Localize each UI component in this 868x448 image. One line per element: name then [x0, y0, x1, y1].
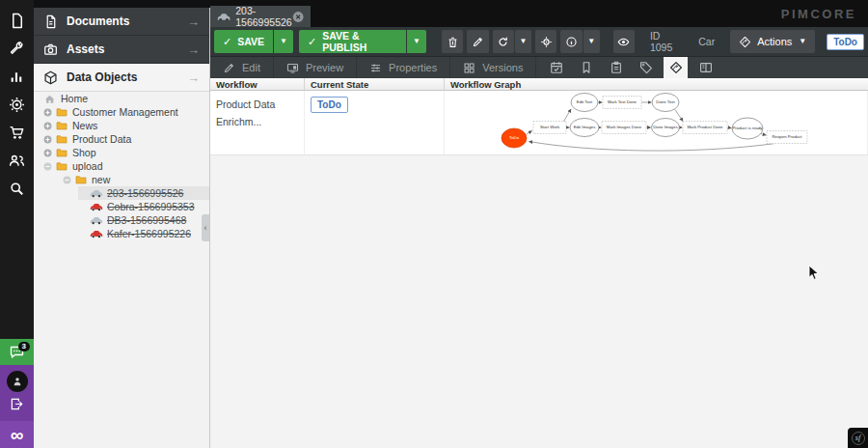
tab-edit-label: Edit [242, 62, 260, 73]
search-button[interactable] [0, 175, 34, 203]
folder-icon [56, 107, 68, 117]
object-toolbar: ✓SAVE ▼ ✓SAVE & PUBLISH ▼ ▼ ▼ ID 1095 Ca… [210, 27, 868, 56]
pimcore-infinity-logo[interactable]: ∞ [0, 421, 34, 448]
workflow-node-label: Edit Text [577, 99, 593, 104]
current-state-cell: ToDo [305, 91, 445, 154]
sidebar-collapse-handle[interactable]: ‹ [202, 214, 209, 241]
target-icon [540, 36, 553, 48]
save-publish-label: SAVE & PUBLISH [322, 30, 397, 53]
column-header-workflow-graph[interactable]: Workflow Graph [445, 78, 868, 90]
column-header-workflow[interactable]: Workflow [210, 78, 305, 90]
workflow-node-label: Reopen Product [772, 134, 802, 139]
save-publish-button[interactable]: ✓SAVE & PUBLISH [299, 30, 406, 53]
workflow-node-label: Done Text [656, 99, 675, 104]
nav-spacer [0, 203, 34, 339]
tab-edit[interactable]: Edit [210, 57, 274, 78]
expand-plus-icon[interactable] [43, 135, 52, 144]
workflow-node-label: Product is ready [732, 126, 763, 130]
check-icon: ✓ [308, 36, 316, 48]
tree-item-product-data[interactable]: Product Data [34, 132, 209, 146]
ecommerce-menu-button[interactable] [0, 119, 34, 147]
object-id-label: ID 1095 [650, 30, 683, 53]
tree-item-new[interactable]: new [34, 173, 209, 186]
tree-item-cobra-1566995353[interactable]: Cobra-1566995353 [34, 200, 209, 213]
assets-panel-header[interactable]: Assets → [34, 36, 209, 64]
customers-menu-button[interactable] [0, 147, 34, 175]
notifications-button[interactable]: 3 [0, 339, 34, 365]
car-icon [217, 12, 231, 22]
workflow-edge [675, 110, 683, 122]
tab-versions[interactable]: Versions [450, 57, 536, 78]
tab-title: 203-1566995526 [235, 5, 291, 28]
pencil-icon [472, 36, 484, 48]
user-section [0, 365, 34, 421]
expand-plus-icon[interactable] [43, 149, 52, 157]
documents-panel-label: Documents [67, 14, 187, 28]
tab-notes-events[interactable] [604, 57, 628, 78]
expand-plus-icon[interactable] [43, 122, 52, 130]
rename-button[interactable] [467, 30, 488, 53]
save-label: SAVE [237, 36, 264, 47]
object-type-label: Car [698, 36, 715, 47]
locate-in-tree-button[interactable] [535, 30, 556, 53]
settings-menu-button[interactable] [0, 91, 34, 119]
close-tab-icon[interactable] [292, 11, 304, 23]
tree-item-kafer-1566995226[interactable]: Kafer-1566995226 [34, 227, 209, 240]
monitor-icon [286, 62, 299, 74]
tree-item-home[interactable]: Home [34, 92, 209, 105]
expand-plus-icon[interactable] [43, 108, 52, 117]
workflow-edge [529, 142, 774, 152]
save-publish-dropdown-button[interactable]: ▼ [407, 30, 426, 53]
actions-button[interactable]: Actions ▼ [730, 30, 815, 53]
cart-icon [9, 125, 25, 141]
tab-preview[interactable]: Preview [274, 57, 357, 78]
tree-item-shop[interactable]: Shop [34, 146, 209, 159]
workflow-edge [563, 109, 571, 123]
folder-icon [75, 175, 87, 184]
editor-background [210, 155, 868, 448]
tree-item-customer-management[interactable]: Customer Management [34, 105, 209, 119]
tree-item-db3-1566995468[interactable]: DB3-1566995468 [34, 213, 209, 227]
symfony-profiler-toggle[interactable]: sf [848, 428, 868, 448]
tab-dependencies[interactable] [693, 57, 718, 78]
assets-panel-label: Assets [67, 42, 187, 56]
tree-item-upload[interactable]: upload [34, 159, 209, 173]
info-dropdown-button[interactable]: ▼ [583, 30, 600, 53]
workflow-node-label: Start Work [540, 125, 560, 129]
tab-schedule[interactable] [544, 57, 568, 78]
save-dropdown-button[interactable]: ▼ [274, 30, 293, 53]
tree-item-news[interactable]: News [34, 119, 209, 132]
collapse-minus-icon[interactable] [43, 162, 52, 171]
tree-item-label: new [92, 174, 110, 185]
reload-dropdown-button[interactable]: ▼ [515, 30, 531, 53]
document-icon [43, 14, 58, 29]
file-menu-button[interactable] [0, 7, 34, 35]
tab-workflow[interactable] [664, 57, 688, 78]
workflow-node-label: Mark Text Done [608, 99, 637, 104]
documents-panel-header[interactable]: Documents → [34, 8, 209, 36]
tree-item-203-1566995526[interactable]: 203-1566995526 [78, 186, 209, 200]
columns-icon [699, 61, 713, 74]
column-header-current-state[interactable]: Current State [305, 78, 445, 90]
save-button[interactable]: ✓SAVE [214, 30, 273, 53]
logout-button[interactable] [10, 397, 24, 415]
object-tab-203-1566995526[interactable]: 203-1566995526 [210, 6, 311, 27]
workflow-grid-row[interactable]: Product Data Enrichm... ToDo ToDoStart W… [210, 91, 868, 155]
user-avatar[interactable] [7, 371, 28, 392]
tools-menu-button[interactable] [0, 35, 34, 63]
delete-button[interactable] [442, 30, 463, 53]
info-button[interactable] [560, 30, 582, 53]
caret-down-icon: ▼ [280, 38, 287, 45]
tab-properties[interactable]: Properties [357, 57, 450, 78]
caret-down-icon: ▼ [413, 38, 420, 45]
data-objects-panel-header[interactable]: Data Objects → [34, 64, 209, 92]
reports-menu-button[interactable] [0, 63, 34, 91]
collapse-minus-icon[interactable] [63, 176, 71, 184]
car-icon [90, 229, 103, 238]
tab-tags[interactable] [634, 57, 658, 78]
tab-reports[interactable] [574, 57, 598, 78]
reload-button[interactable] [493, 30, 514, 53]
open-preview-button[interactable] [613, 30, 635, 53]
clipboard-icon [610, 61, 623, 74]
trash-icon [447, 36, 459, 48]
